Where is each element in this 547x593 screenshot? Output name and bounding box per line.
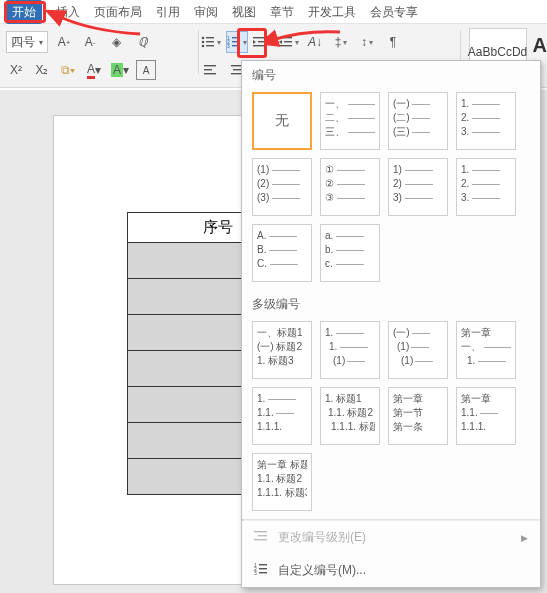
numbering-option-arabic-dot2[interactable]: 1.2.3. xyxy=(456,158,516,216)
tab-start[interactable]: 开始 xyxy=(6,0,42,24)
indent-icon xyxy=(254,529,268,546)
style-tile-large-a[interactable]: A xyxy=(533,34,547,57)
chevron-right-icon: ▶ xyxy=(521,533,528,543)
char-shading-icon[interactable]: ⧉▾ xyxy=(58,60,78,80)
numbering-option-cn-dot[interactable]: 一、二、三、 xyxy=(320,92,380,150)
tab-dev[interactable]: 开发工具 xyxy=(308,0,356,24)
svg-text:3: 3 xyxy=(227,43,230,49)
numbering-dropdown: 编号 无 一、二、三、 (一)(二)(三) 1.2.3. (1)(2)(3) ①… xyxy=(241,60,541,588)
svg-rect-14 xyxy=(258,41,266,42)
subscript-icon[interactable]: X₂ xyxy=(32,60,52,80)
numbering-option-none[interactable]: 无 xyxy=(252,92,312,150)
bullet-list-button[interactable] xyxy=(200,31,222,53)
menu-custom-numbering[interactable]: 123 自定义编号(M)... xyxy=(242,554,540,587)
svg-rect-12 xyxy=(253,37,266,38)
char-border-icon[interactable]: A xyxy=(136,60,156,80)
font-color-icon[interactable]: A▾ xyxy=(84,60,104,80)
multilevel-option-g[interactable]: 第一章第一节第一条 xyxy=(388,387,448,445)
svg-text:3: 3 xyxy=(254,570,257,576)
svg-rect-21 xyxy=(204,69,212,70)
section-title-numbering: 编号 xyxy=(242,61,540,88)
tab-insert[interactable]: 插入 xyxy=(56,0,80,24)
svg-rect-18 xyxy=(284,41,292,42)
svg-rect-20 xyxy=(204,65,216,66)
font-size-label: 四号 xyxy=(11,34,35,51)
tab-review[interactable]: 审阅 xyxy=(194,0,218,24)
grow-font-icon[interactable]: A+ xyxy=(54,32,74,52)
svg-rect-24 xyxy=(233,69,241,70)
superscript-icon[interactable]: X² xyxy=(6,60,26,80)
highlight-icon[interactable]: A▾ xyxy=(110,60,130,80)
svg-rect-9 xyxy=(232,41,240,42)
svg-rect-41 xyxy=(259,568,267,569)
svg-rect-43 xyxy=(259,572,267,573)
numbering-option-arabic-dot[interactable]: 1.2.3. xyxy=(456,92,516,150)
svg-point-4 xyxy=(202,45,205,48)
numbering-option-paren-cn[interactable]: (一)(二)(三) xyxy=(388,92,448,150)
tab-chapter[interactable]: 章节 xyxy=(270,0,294,24)
svg-rect-19 xyxy=(279,45,292,46)
menu-change-level: 更改编号级别(E) ▶ xyxy=(242,521,540,554)
numbering-option-circle[interactable]: ①②③ xyxy=(320,158,380,216)
style-preview-text: AaBbCcDd xyxy=(468,45,527,59)
increase-indent-button[interactable] xyxy=(278,31,300,53)
multilevel-option-c[interactable]: (一)(1)(1) xyxy=(388,321,448,379)
text-direction-button[interactable]: A↓ xyxy=(304,31,326,53)
svg-point-0 xyxy=(202,37,205,40)
svg-rect-7 xyxy=(232,37,240,38)
svg-rect-16 xyxy=(279,37,292,38)
tab-ref[interactable]: 引用 xyxy=(156,0,180,24)
numbering-option-lower-alpha[interactable]: a.b.c. xyxy=(320,224,380,282)
tab-member[interactable]: 会员专享 xyxy=(370,0,418,24)
shrink-font-icon[interactable]: A- xyxy=(80,32,100,52)
multilevel-option-b[interactable]: 1.1.(1) xyxy=(320,321,380,379)
svg-rect-22 xyxy=(204,73,216,74)
svg-rect-15 xyxy=(253,45,266,46)
decrease-indent-button[interactable] xyxy=(252,31,274,53)
numbering-option-upper-alpha[interactable]: A.B.C. xyxy=(252,224,312,282)
svg-rect-1 xyxy=(206,37,214,38)
svg-rect-37 xyxy=(254,539,267,540)
svg-marker-13 xyxy=(253,40,256,44)
svg-rect-36 xyxy=(258,535,267,536)
clear-format-icon[interactable]: ◈ xyxy=(106,32,126,52)
align-left-button[interactable] xyxy=(200,59,222,81)
tab-view[interactable]: 视图 xyxy=(232,0,256,24)
svg-rect-3 xyxy=(206,41,214,42)
multilevel-option-a[interactable]: 一、标题1(一) 标题21. 标题3 xyxy=(252,321,312,379)
multilevel-option-i[interactable]: 第一章 标题11.1. 标题21.1.1. 标题3 xyxy=(252,453,312,511)
section-title-multilevel: 多级编号 xyxy=(242,290,540,317)
list-icon: 123 xyxy=(254,562,268,579)
tab-layout[interactable]: 页面布局 xyxy=(94,0,142,24)
multilevel-option-d[interactable]: 第一章一、1. xyxy=(456,321,516,379)
numbering-option-paren-num[interactable]: (1)(2)(3) xyxy=(252,158,312,216)
numbering-option-paren-half[interactable]: 1)2)3) xyxy=(388,158,448,216)
line-spacing-button[interactable]: ‡ xyxy=(330,31,352,53)
svg-rect-11 xyxy=(232,45,240,46)
numbered-list-button[interactable]: 123 xyxy=(226,31,248,53)
ribbon-tabs: 开始 插入 页面布局 引用 审阅 视图 章节 开发工具 会员专享 xyxy=(0,0,547,24)
change-case-icon[interactable]: ℚ xyxy=(132,32,152,52)
multilevel-option-e[interactable]: 1.1.1.1.1.1. xyxy=(252,387,312,445)
multilevel-option-h[interactable]: 第一章1.1.1.1.1. xyxy=(456,387,516,445)
svg-rect-39 xyxy=(259,564,267,565)
svg-rect-35 xyxy=(254,531,267,532)
multilevel-option-f[interactable]: 1. 标题11.1. 标题21.1.1. 标题3 xyxy=(320,387,380,445)
svg-marker-17 xyxy=(279,40,282,44)
font-size-selector[interactable]: 四号 ▾ xyxy=(6,31,48,53)
svg-point-2 xyxy=(202,41,205,44)
show-marks-button[interactable]: ¶ xyxy=(382,31,404,53)
sort-button[interactable]: ↕ xyxy=(356,31,378,53)
svg-rect-5 xyxy=(206,45,214,46)
